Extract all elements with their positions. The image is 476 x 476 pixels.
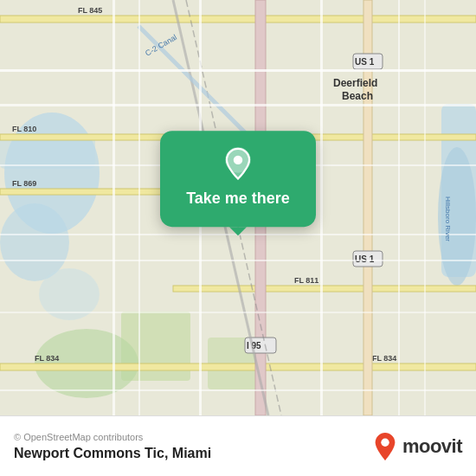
svg-text:Hillsboro River: Hillsboro River <box>444 196 452 241</box>
svg-rect-35 <box>0 69 476 72</box>
location-name: Newport Commons Tic, Miami <box>14 446 211 461</box>
svg-text:FL 811: FL 811 <box>294 276 318 285</box>
moovit-logo: moovit <box>373 432 462 461</box>
svg-text:FL 869: FL 869 <box>12 179 36 188</box>
svg-rect-41 <box>0 389 476 391</box>
svg-text:FL 845: FL 845 <box>78 6 102 15</box>
svg-rect-36 <box>0 104 476 106</box>
svg-point-2 <box>0 203 69 281</box>
callout-bubble[interactable]: Take me there <box>160 131 316 227</box>
svg-rect-14 <box>0 189 173 195</box>
svg-point-6 <box>438 147 476 286</box>
svg-point-53 <box>381 438 389 446</box>
svg-rect-43 <box>138 0 140 415</box>
svg-rect-39 <box>0 260 476 261</box>
svg-text:Deerfield: Deerfield <box>333 77 377 89</box>
svg-rect-40 <box>0 312 476 313</box>
svg-point-52 <box>234 156 242 164</box>
svg-text:FL 834: FL 834 <box>372 354 396 363</box>
svg-rect-46 <box>398 0 400 415</box>
location-pin-icon <box>221 146 255 181</box>
svg-text:US 1: US 1 <box>355 254 375 264</box>
copyright-text: © OpenStreetMap contributors <box>14 432 211 442</box>
moovit-pin-icon <box>373 432 397 461</box>
svg-rect-10 <box>0 16 476 23</box>
info-left: © OpenStreetMap contributors Newport Com… <box>14 432 211 461</box>
svg-text:FL 810: FL 810 <box>12 125 36 133</box>
svg-text:FL 834: FL 834 <box>35 354 59 363</box>
callout-label: Take me there <box>186 190 290 208</box>
info-bar: © OpenStreetMap contributors Newport Com… <box>0 415 476 476</box>
svg-rect-47 <box>424 0 426 415</box>
svg-text:US 1: US 1 <box>355 57 375 67</box>
map-container: FL 845 FL 810 FL 869 FL 811 FL 834 FL 83… <box>0 0 476 415</box>
svg-rect-18 <box>0 363 476 370</box>
moovit-logo-text: moovit <box>402 435 462 458</box>
svg-rect-16 <box>173 286 476 292</box>
svg-text:Beach: Beach <box>342 90 373 102</box>
svg-rect-42 <box>113 0 115 415</box>
svg-rect-45 <box>320 0 323 415</box>
